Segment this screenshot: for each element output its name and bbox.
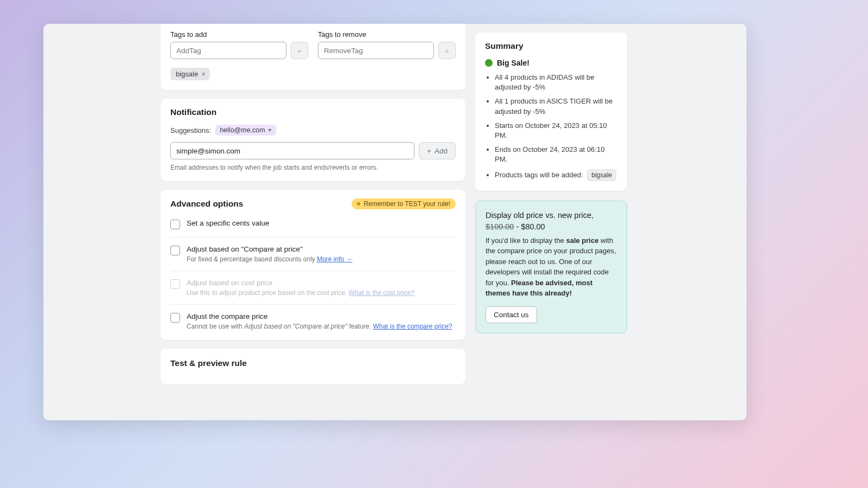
new-price: $80.00: [521, 222, 545, 231]
tags-row: Tags to add + bigsale ×: [170, 30, 456, 80]
option-cost-price: Adjust based on cost price Use this to a…: [170, 271, 456, 304]
compare-price-link[interactable]: What is the compare price?: [373, 323, 452, 330]
checkbox-cost-price: [170, 279, 180, 289]
summary-title: Summary: [485, 41, 617, 51]
test-rule-badge: Remember to TEST your rule!: [352, 198, 456, 209]
option-cost-price-sub: Use this to adjust product price based o…: [187, 289, 456, 297]
test-preview-card: Test & preview rule: [161, 349, 465, 384]
tags-remove-col: Tags to remove +: [318, 30, 456, 80]
suggestion-chip[interactable]: hello@me.com +: [215, 125, 276, 136]
cost-price-link[interactable]: What is the cost price?: [349, 289, 414, 297]
warning-dot-icon: [357, 202, 360, 206]
summary-bullet: Ends on October 24, 2023 at 06:10 PM.: [495, 145, 617, 164]
option-cost-price-title: Adjust based on cost price: [187, 279, 456, 287]
tags-remove-label: Tags to remove: [318, 30, 456, 38]
notification-card: Notification Suggestions: hello@me.com +…: [161, 99, 465, 181]
summary-bullets: All 4 products in ADIDAS will be adjuste…: [485, 73, 617, 181]
add-button-label: Add: [435, 147, 448, 155]
main-column: Tags to add + bigsale ×: [161, 24, 465, 410]
option-compare-at-price-sub: For fixed & percentage based discounts o…: [187, 255, 456, 263]
summary-tag-chip: bigsale: [587, 169, 616, 182]
tag-chip-remove-icon[interactable]: ×: [201, 70, 206, 78]
summary-bullet: All 4 products in ADIDAS will be adjuste…: [495, 73, 617, 92]
tag-chip[interactable]: bigsale ×: [170, 68, 210, 80]
plus-icon: +: [445, 46, 450, 55]
notification-add-button[interactable]: + Add: [419, 142, 456, 159]
old-price: $100.00: [486, 222, 514, 231]
more-info-link[interactable]: More info →: [317, 255, 352, 263]
tags-add-col: Tags to add + bigsale ×: [170, 30, 308, 80]
option-compare-at-price-title: Adjust based on "Compare at price": [187, 245, 456, 253]
side-column: Summary Big Sale! All 4 products in ADID…: [475, 24, 627, 410]
tags-remove-input[interactable]: [318, 42, 434, 59]
plus-icon: +: [427, 147, 431, 155]
content-area: Tags to add + bigsale ×: [161, 24, 746, 420]
contact-us-button[interactable]: Contact us: [486, 306, 537, 323]
tag-chip-label: bigsale: [176, 70, 198, 78]
notification-email-input[interactable]: [170, 142, 414, 159]
info-body: If you'd like to display the sale price …: [486, 235, 617, 299]
checkbox-adjust-compare-price[interactable]: [170, 313, 180, 323]
checkbox-compare-at-price[interactable]: [170, 246, 180, 255]
option-adjust-compare-price: Adjust the compare price Cannot be use w…: [170, 304, 456, 338]
suggestion-chip-text: hello@me.com: [220, 126, 265, 134]
status-title: Big Sale!: [497, 59, 529, 67]
tags-add-input[interactable]: [170, 42, 286, 59]
notification-title: Notification: [170, 107, 456, 117]
tags-add-label: Tags to add: [170, 30, 308, 38]
info-card: Display old price vs. new price, $100.00…: [475, 201, 627, 333]
suggestions-row: Suggestions: hello@me.com +: [170, 125, 456, 136]
status-row: Big Sale!: [485, 59, 617, 67]
summary-bullet: Starts on October 24, 2023 at 05:10 PM.: [495, 121, 617, 140]
option-cents-value-title: Set a specific cents value: [187, 219, 456, 227]
summary-bullet-tags: Products tags will be added: bigsale: [495, 169, 617, 182]
summary-bullet: All 1 products in ASICS TIGER will be ad…: [495, 97, 617, 116]
test-preview-title: Test & preview rule: [170, 358, 456, 368]
suggestions-label: Suggestions:: [170, 126, 211, 134]
app-frame: Tags to add + bigsale ×: [43, 24, 746, 420]
test-rule-badge-text: Remember to TEST your rule!: [363, 200, 450, 208]
status-dot-icon: [485, 59, 493, 67]
option-compare-at-price: Adjust based on "Compare at price" For f…: [170, 237, 456, 271]
option-cents-value: Set a specific cents value: [170, 217, 456, 237]
advanced-options-card: Advanced options Remember to TEST your r…: [161, 190, 465, 340]
info-title: Display old price vs. new price, $100.00…: [486, 210, 617, 232]
checkbox-cents-value[interactable]: [170, 220, 180, 229]
option-adjust-compare-price-sub: Cannot be use with Adjust based on "Comp…: [187, 323, 456, 330]
option-adjust-compare-price-title: Adjust the compare price: [187, 312, 456, 320]
summary-card: Summary Big Sale! All 4 products in ADID…: [475, 33, 627, 191]
tags-card: Tags to add + bigsale ×: [161, 24, 465, 90]
tags-add-plus-button[interactable]: +: [291, 42, 308, 59]
notification-help-text: Email addresses to notify when the job s…: [170, 164, 456, 171]
plus-icon: +: [297, 46, 302, 55]
plus-icon: +: [268, 126, 272, 134]
tags-remove-plus-button[interactable]: +: [438, 42, 456, 59]
advanced-title: Advanced options: [170, 199, 243, 209]
